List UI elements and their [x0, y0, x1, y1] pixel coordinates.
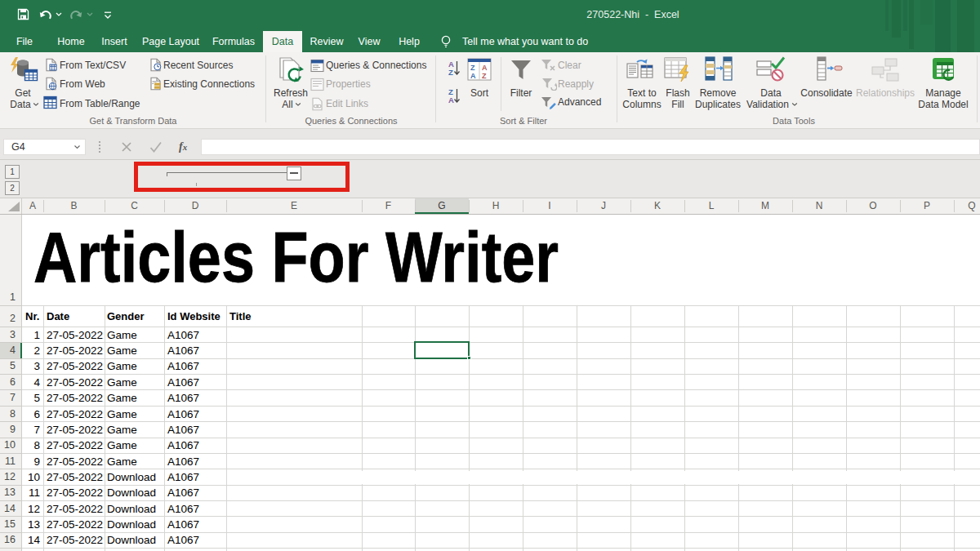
svg-text:Z: Z [482, 72, 487, 80]
svg-text:A: A [482, 64, 488, 72]
svg-text:A: A [448, 96, 454, 104]
svg-text:A: A [470, 72, 476, 80]
svg-text:Z: Z [448, 68, 453, 77]
svg-text:Z: Z [470, 64, 475, 72]
